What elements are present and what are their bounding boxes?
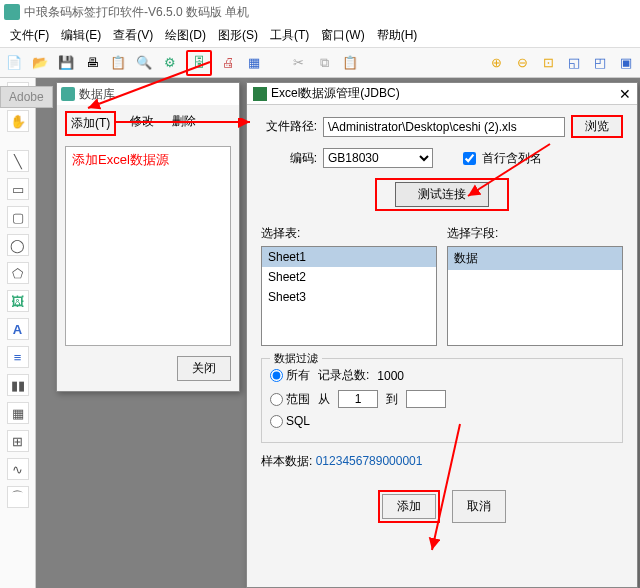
tables-listbox[interactable]: Sheet1 Sheet2 Sheet3 [261,246,437,346]
filter-sql-label: SQL [286,414,310,428]
modify-tab[interactable]: 修改 [126,111,158,136]
gear-icon[interactable]: ⚙ [160,53,180,73]
arc-icon[interactable]: ⌒ [7,486,29,508]
sample-label: 样本数据: [261,454,312,468]
close-button[interactable]: 关闭 [177,356,231,381]
filter-sql-radio[interactable] [270,415,283,428]
line-icon[interactable]: ╲ [7,150,29,172]
excel-icon [253,87,267,101]
filter-range-label: 范围 [286,391,310,408]
qr-icon[interactable]: ▦ [7,402,29,424]
ellipse-icon[interactable]: ◯ [7,234,29,256]
tool-sidebar: ↖ ✋ ╲ ▭ ▢ ◯ ⬠ 🖼 A ≡ ▮▮ ▦ ⊞ ∿ ⌒ [0,78,36,588]
zoom-actual-icon[interactable]: ▣ [616,53,636,73]
encoding-select[interactable]: GB18030 [323,148,433,168]
printer-icon[interactable]: 🖨 [218,53,238,73]
menu-view[interactable]: 查看(V) [107,25,159,46]
cut-icon[interactable]: ✂ [288,53,308,73]
datasource-header: 数据库 [57,83,239,105]
add-button[interactable]: 添加 [382,494,436,519]
adobe-badge: Adobe [0,86,53,108]
record-count-value: 1000 [377,369,404,383]
new-icon[interactable]: 📄 [4,53,24,73]
list-item[interactable]: Sheet3 [262,287,436,307]
from-input[interactable] [338,390,378,408]
datasource-dialog: 数据库 添加(T) 修改 删除 添加Excel数据源 关闭 [56,82,240,392]
to-input[interactable] [406,390,446,408]
zoom-page-icon[interactable]: ◰ [590,53,610,73]
polygon-icon[interactable]: ⬠ [7,262,29,284]
app-title: 中琅条码标签打印软件-V6.5.0 数码版 单机 [24,4,249,21]
record-count-label: 记录总数: [318,367,369,384]
menu-tool[interactable]: 工具(T) [264,25,315,46]
add-tab[interactable]: 添加(T) [65,111,116,136]
curve-icon[interactable]: ∿ [7,458,29,480]
datasource-title: 数据库 [79,86,115,103]
paste-icon[interactable]: 📋 [340,53,360,73]
filter-range-radio[interactable] [270,393,283,406]
zoom-fit-icon[interactable]: ⊡ [538,53,558,73]
list-item[interactable]: Sheet1 [262,247,436,267]
open-icon[interactable]: 📂 [30,53,50,73]
hint-text: 添加Excel数据源 [72,151,169,169]
toolbar: 📄 📂 💾 🖶 📋 🔍 ⚙ 🗄 🖨 ▦ ✂ ⧉ 📋 ⊕ ⊖ ⊡ ◱ ◰ ▣ [0,48,640,78]
first-row-label: 首行含列名 [482,150,542,167]
grid-icon[interactable]: ▦ [244,53,264,73]
database-icon[interactable]: 🗄 [186,50,212,76]
zoom-100-icon[interactable]: ◱ [564,53,584,73]
menu-edit[interactable]: 编辑(E) [55,25,107,46]
zoom-in-icon[interactable]: ⊕ [486,53,506,73]
list-item[interactable]: 数据 [448,247,622,270]
copy-icon[interactable]: ⧉ [314,53,334,73]
datasource-icon [61,87,75,101]
app-titlebar: 中琅条码标签打印软件-V6.5.0 数码版 单机 [0,0,640,24]
print-icon[interactable]: 🖶 [82,53,102,73]
fields-listbox[interactable]: 数据 [447,246,623,346]
zoom-out-icon[interactable]: ⊖ [512,53,532,73]
richtext-icon[interactable]: ≡ [7,346,29,368]
select-field-label: 选择字段: [447,225,623,242]
menu-file[interactable]: 文件(F) [4,25,55,46]
path-label: 文件路径: [261,118,317,135]
from-label: 从 [318,391,330,408]
test-connection-button[interactable]: 测试连接 [395,182,489,207]
excel-dialog-title: Excel数据源管理(JDBC) [271,85,400,102]
datasource-list[interactable]: 添加Excel数据源 [65,146,231,346]
menu-shape[interactable]: 图形(S) [212,25,264,46]
excel-source-dialog: Excel数据源管理(JDBC) ✕ 文件路径: 浏览 编码: GB18030 … [246,82,638,588]
save-icon[interactable]: 💾 [56,53,76,73]
close-icon[interactable]: ✕ [619,86,631,102]
to-label: 到 [386,391,398,408]
preview-icon[interactable]: 🔍 [134,53,154,73]
cancel-button[interactable]: 取消 [452,490,506,523]
filter-all-radio[interactable] [270,369,283,382]
doc-icon[interactable]: 📋 [108,53,128,73]
first-row-checkbox[interactable] [463,152,476,165]
hand-icon[interactable]: ✋ [7,110,29,132]
filter-all-label: 所有 [286,367,310,384]
rect-icon[interactable]: ▭ [7,178,29,200]
delete-tab[interactable]: 删除 [168,111,200,136]
browse-button[interactable]: 浏览 [571,115,623,138]
table-icon[interactable]: ⊞ [7,430,29,452]
menu-window[interactable]: 窗口(W) [315,25,370,46]
app-icon [4,4,20,20]
sample-value: 0123456789000001 [316,454,423,468]
text-icon[interactable]: A [7,318,29,340]
menubar: 文件(F) 编辑(E) 查看(V) 绘图(D) 图形(S) 工具(T) 窗口(W… [0,24,640,48]
barcode-icon[interactable]: ▮▮ [7,374,29,396]
select-table-label: 选择表: [261,225,437,242]
list-item[interactable]: Sheet2 [262,267,436,287]
menu-draw[interactable]: 绘图(D) [159,25,212,46]
path-input[interactable] [323,117,565,137]
roundrect-icon[interactable]: ▢ [7,206,29,228]
filter-legend: 数据过滤 [270,351,322,366]
encoding-label: 编码: [261,150,317,167]
menu-help[interactable]: 帮助(H) [371,25,424,46]
image-icon[interactable]: 🖼 [7,290,29,312]
